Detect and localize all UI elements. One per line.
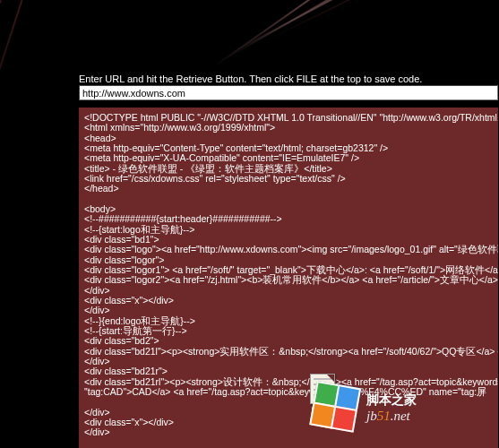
code-line: <div class="x"></div>: [84, 296, 493, 306]
code-line: </head>: [84, 184, 493, 194]
code-line: <link href="/css/xdowns.css" rel="styles…: [84, 174, 493, 184]
site-logo-title: 脚本之家: [366, 392, 417, 409]
site-logo-icon: [309, 381, 363, 435]
bg-streak: [211, 0, 359, 68]
bg-streak: [0, 0, 29, 204]
url-input[interactable]: [79, 85, 498, 100]
code-line: <meta http-equiv="X-UA-Compatible" conte…: [84, 153, 493, 163]
code-line: <div class="bd21r">: [84, 366, 493, 376]
site-logo-domain: jb51.net: [366, 409, 417, 424]
code-line: [84, 194, 493, 204]
code-line: <html xmlns="http://www.w3.org/1999/xhtm…: [84, 123, 493, 133]
site-logo: 脚本之家 jb51.net: [313, 380, 492, 435]
code-line: <div class="logor2"><a href="/zj.html"><…: [84, 275, 493, 285]
code-line: <div class="logo"><a href="http://www.xd…: [84, 245, 493, 254]
code-line: </div>: [84, 306, 493, 315]
bg-streak: [0, 0, 2, 163]
code-line: <div class="bd2">: [84, 336, 493, 346]
code-line: <div class="bd21l"><p><strong>实用软件区：&nbs…: [84, 347, 493, 357]
instruction-text: Enter URL and hit the Retrieve Button. T…: [79, 73, 422, 84]
code-line: <!--###########{start:header}###########…: [84, 214, 493, 224]
